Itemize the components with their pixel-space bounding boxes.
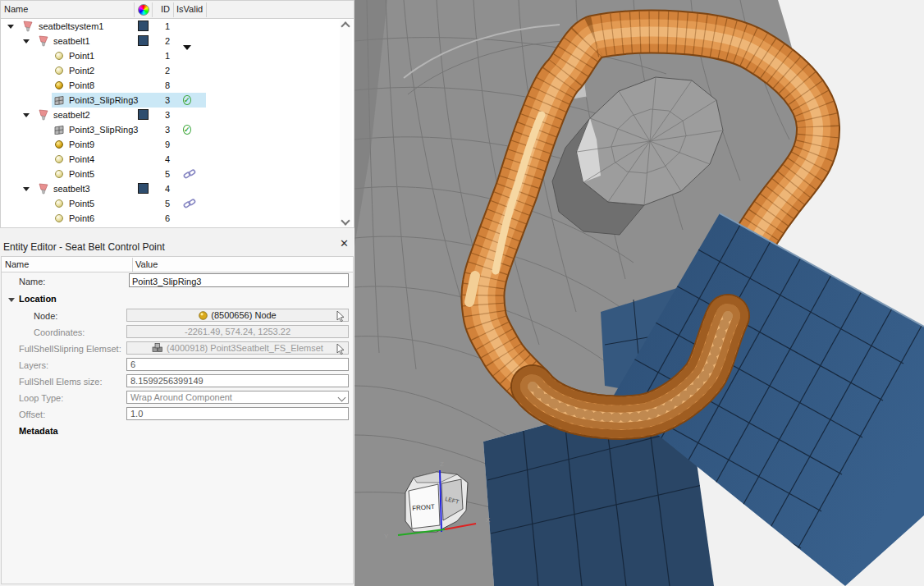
column-header-id[interactable]: ID (153, 4, 170, 14)
editor-row-loop-type: Loop Type: Wrap Around Component (2, 390, 353, 406)
tree-item-id: 8 (147, 80, 170, 90)
axis-y-label: Y (384, 533, 389, 540)
editor-row-name: Name: (2, 273, 353, 290)
column-header-name[interactable]: Name (4, 4, 28, 14)
viewport-3d: Z Y X FRONT LEFT (355, 0, 924, 586)
editor-column-value[interactable]: Value (135, 259, 158, 269)
collapse-arrow-icon[interactable] (8, 298, 15, 302)
scroll-down-icon[interactable] (341, 216, 350, 225)
point-icon (55, 52, 63, 60)
column-header-isvalid[interactable]: IsValid (176, 4, 203, 14)
editor-column-name[interactable]: Name (5, 259, 29, 269)
tree-item-label[interactable]: Point1 (69, 51, 94, 61)
entity-browser-tree: Name ID IsValid seatbeltsystem1 1 (0, 0, 355, 228)
offset-input[interactable]: 1.0 (126, 407, 349, 420)
point-icon (55, 81, 63, 89)
editor-header-row: Name Value (2, 257, 353, 272)
tree-item-id: 4 (147, 184, 170, 194)
point-icon (55, 170, 63, 178)
point-icon (55, 140, 63, 149)
application-window: Name ID IsValid seatbeltsystem1 1 (0, 0, 924, 586)
tree-scrollbar[interactable] (340, 20, 352, 227)
editor-row-node: Node: (8500656) Node (2, 308, 353, 324)
tree-item-id: 6 (147, 213, 170, 223)
expand-arrow-icon[interactable] (23, 113, 30, 117)
tree-row-seatbeltsystem1[interactable]: seatbeltsystem1 1 (1, 19, 341, 34)
seatbelt-system-icon (22, 21, 34, 32)
slipring-icon (54, 125, 64, 135)
tree-item-id: 2 (147, 36, 170, 46)
tree-item-label[interactable]: Point4 (69, 154, 94, 164)
editor-row-layers: Layers: 6 (2, 357, 353, 373)
isvalid-check-icon: ✓ (183, 94, 196, 107)
tree-row-point1[interactable]: Point1 1 (1, 48, 341, 63)
chevron-down-icon (338, 394, 346, 402)
seatbelt-icon (38, 183, 49, 195)
pointer-cursor-icon (336, 311, 345, 322)
tree-row-point8[interactable]: Point8 8 (1, 78, 341, 93)
axis-z-label: Z (440, 460, 444, 468)
tree-item-label[interactable]: Point9 (69, 140, 94, 149)
tree-item-label[interactable]: Point5 (69, 169, 94, 179)
coordinates-field: -2261.49, 574.24, 1253.22 (126, 325, 349, 338)
point-icon (55, 155, 63, 163)
expand-arrow-icon[interactable] (23, 39, 30, 43)
tree-item-label[interactable]: seatbeltsystem1 (39, 21, 103, 31)
tree-item-id: 5 (147, 169, 170, 179)
tree-item-id: 1 (147, 21, 170, 31)
tree-row-point3-slipring3[interactable]: Point3_SlipRing3 3 ✓ (1, 93, 341, 108)
tree-row-point3-slipring3-b[interactable]: Point3_SlipRing3 3 ✓ (1, 122, 341, 137)
tree-item-label[interactable]: Point6 (69, 213, 94, 223)
tree-item-label[interactable]: Point8 (69, 80, 94, 90)
expand-arrow-icon[interactable] (23, 187, 30, 191)
tree-item-id: 5 (147, 199, 170, 208)
tree-item-label[interactable]: seatbelt2 (53, 110, 90, 120)
tree-row-point5-b[interactable]: Point5 5 (1, 196, 341, 211)
tree-item-label[interactable]: Point3_SlipRing3 (69, 95, 138, 105)
isvalid-dropdown-icon[interactable] (183, 50, 196, 62)
pointer-cursor-icon (336, 344, 345, 355)
tree-row-point4[interactable]: Point4 4 (1, 152, 341, 167)
isvalid-check-icon: ✓ (183, 124, 196, 136)
point-icon (55, 214, 63, 222)
expand-arrow-icon[interactable] (7, 25, 14, 29)
tree-item-label[interactable]: seatbelt3 (53, 184, 90, 194)
tree-row-point6[interactable]: Point6 6 (1, 211, 341, 226)
color-column-icon[interactable] (138, 4, 149, 16)
editor-row-size: FullShell Elems size: 8.1599256399149 (2, 373, 353, 390)
name-input[interactable] (129, 273, 349, 287)
elems-size-input[interactable]: 8.1599256399149 (126, 374, 349, 387)
entity-editor-body: Name Value Name: Location Node: (8500656… (1, 256, 354, 584)
slipring-icon (54, 95, 64, 105)
tree-item-label[interactable]: Point2 (69, 66, 94, 76)
tree-row-point9[interactable]: Point9 9 (1, 137, 341, 152)
tree-item-id: 3 (147, 110, 170, 120)
tree-item-label[interactable]: seatbelt1 (53, 36, 90, 46)
left-panel: Name ID IsValid seatbeltsystem1 1 (0, 0, 355, 586)
tree-item-id: 4 (147, 154, 170, 164)
axis-x-label: X (486, 516, 491, 524)
seatbelt-icon (38, 35, 49, 47)
tree-row-seatbelt2[interactable]: seatbelt2 3 (1, 108, 341, 122)
entity-editor-title: Entity Editor - Seat Belt Control Point (0, 238, 355, 254)
close-icon[interactable]: ✕ (340, 238, 351, 250)
isvalid-link-icon (183, 168, 196, 181)
scroll-up-icon[interactable] (341, 21, 350, 30)
loop-type-dropdown[interactable]: Wrap Around Component (126, 391, 349, 404)
elemset-picker-button[interactable]: (4000918) Point3Seatbelt_FS_Elemset (126, 341, 349, 355)
tree-row-seatbelt3[interactable]: seatbelt3 4 (1, 181, 341, 196)
node-picker-button[interactable]: (8500656) Node (126, 309, 349, 322)
tree-item-id: 3 (147, 125, 170, 135)
editor-section-location[interactable]: Location (2, 291, 353, 308)
tree-item-label[interactable]: Point5 (69, 199, 94, 208)
tree-item-id: 1 (147, 51, 170, 61)
editor-section-metadata[interactable]: Metadata (2, 423, 353, 440)
tree-item-label[interactable]: Point3_SlipRing3 (69, 125, 138, 135)
layers-input[interactable]: 6 (126, 358, 349, 371)
isvalid-link-icon (183, 198, 196, 210)
tree-row-point2[interactable]: Point2 2 (1, 63, 341, 78)
tree-row-seatbelt1[interactable]: seatbelt1 2 (1, 34, 341, 48)
tree-item-id: 9 (147, 140, 170, 149)
tree-row-point5[interactable]: Point5 5 (1, 167, 341, 181)
point-icon (55, 199, 63, 208)
